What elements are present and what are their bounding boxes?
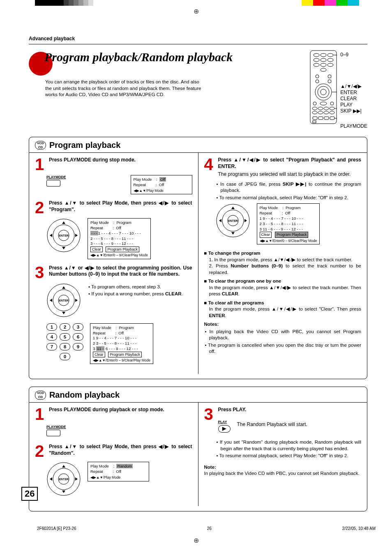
osd-step1: Play Mode : Off Repeat : Off ◀▶▲▼/Play M… <box>131 175 192 194</box>
r-step1-text: Press PLAYMODE during playback or stop m… <box>49 407 192 421</box>
disc-badge: VCDCD <box>35 141 46 150</box>
svg-point-23 <box>312 107 317 110</box>
svg-point-21 <box>320 102 327 105</box>
svg-point-1 <box>314 53 319 57</box>
r-step2-text: Press ▲/▼ to select Play Mode, then pres… <box>49 444 192 458</box>
change-program-heading: To change the program <box>204 250 362 257</box>
svg-text:ENTER: ENTER <box>59 478 69 481</box>
remote-label-play: PLAY <box>340 102 367 108</box>
svg-point-18 <box>321 89 326 95</box>
svg-point-9 <box>327 63 333 67</box>
remote-label-arrows: ▲/▼/◀/▶ <box>340 83 367 90</box>
osd-random: Play Mode : Random Repeat : Off ◀▶▲▼/Pla… <box>88 462 149 481</box>
remote-label-playmode: PLAYMODE <box>340 123 367 129</box>
step-number: 1 <box>35 157 46 172</box>
random-playback-panel: VCDCD Random playback 1 Press PLAYMODE d… <box>29 387 367 511</box>
svg-point-7 <box>314 63 319 67</box>
svg-point-14 <box>316 80 319 83</box>
step-number: 4 <box>204 157 216 178</box>
svg-point-25 <box>324 107 329 110</box>
svg-marker-59 <box>231 232 235 235</box>
enter-pad-icon: ENTER <box>46 462 81 496</box>
svg-marker-45 <box>75 234 78 237</box>
svg-text:ENTER: ENTER <box>228 219 238 222</box>
footer-left: 2F60201A [E] P23-26 <box>37 526 76 531</box>
disc-badge: VCDCD <box>35 391 46 399</box>
svg-point-29 <box>324 111 329 114</box>
crop-mark-icon: ⊕ <box>0 537 392 544</box>
note-text: In playing back the Video CD with PBC, y… <box>204 470 362 477</box>
clear-all-text: In the program mode, press ▲/▼/◀/▶ to se… <box>204 306 362 319</box>
svg-point-13 <box>328 75 331 78</box>
svg-marker-44 <box>50 234 52 237</box>
divider <box>29 44 367 44</box>
footer-right: 2/22/05, 10:48 AM <box>342 526 376 531</box>
svg-point-26 <box>330 107 334 110</box>
enter-pad-icon: ENTER <box>46 218 81 253</box>
svg-marker-68 <box>50 477 52 481</box>
step-number: 3 <box>204 407 216 433</box>
note-item: The program is cancelled when you open t… <box>204 342 362 355</box>
clear-all-heading: To clear all the programs <box>204 300 362 306</box>
svg-rect-33 <box>318 117 323 120</box>
step2-text: Press ▲/▼ to select Play Mode, then pres… <box>49 200 192 215</box>
svg-marker-66 <box>62 465 65 467</box>
svg-point-22 <box>330 102 334 105</box>
svg-point-17 <box>318 86 329 98</box>
svg-rect-35 <box>330 117 334 120</box>
svg-rect-34 <box>324 117 329 120</box>
step-number: 2 <box>35 444 46 458</box>
svg-point-10 <box>321 68 326 71</box>
svg-point-4 <box>314 58 319 62</box>
svg-point-12 <box>316 75 319 78</box>
step4-text: Press ▲/▼/◀/▶ to select "Program Playbac… <box>218 157 362 170</box>
remote-label-enter: ENTER <box>340 90 367 96</box>
panel-heading: Program playback <box>49 140 120 150</box>
osd-step3: Play Mode : Program Repeat : Off 1 9 - -… <box>90 323 153 364</box>
svg-marker-52 <box>50 299 52 302</box>
svg-marker-53 <box>75 299 78 302</box>
osd-step4: Play Mode : Program Repeat : Off 1 9 - -… <box>257 203 320 244</box>
svg-point-28 <box>318 111 323 114</box>
svg-point-6 <box>327 58 333 62</box>
svg-point-5 <box>321 58 326 62</box>
note-item: In playing back the Video CD with PBC, y… <box>204 329 362 341</box>
remote-label-skip: SKIP ▶▶| <box>340 108 367 114</box>
svg-rect-32 <box>313 117 317 120</box>
clear-one-heading: To clear the program one by one <box>204 278 362 285</box>
crop-mark-icon: ⊕ <box>0 7 392 15</box>
enter-pad-icon: ENTER <box>216 203 250 238</box>
intro-text: You can arrange the playback order of tr… <box>45 79 201 98</box>
registration-bars <box>0 0 392 6</box>
random-bullet1: If you set "Random" during playback mode… <box>216 439 362 452</box>
svg-point-30 <box>330 111 334 114</box>
change-step2: 2. Press Number buttons (0–9) to select … <box>204 263 362 276</box>
osd-step2: Play Mode : Program Repeat : Off - - -1 … <box>88 218 151 259</box>
playmode-button-figure: PLAYMODE <box>46 175 66 187</box>
svg-point-15 <box>328 80 331 83</box>
svg-marker-58 <box>231 207 235 209</box>
step4-bullet2: To resume normal playback, select Play M… <box>216 195 362 201</box>
step4-bullet1: In case of JPEG file, press SKIP ▶▶| to … <box>216 181 362 194</box>
remote-label-numbers: 0–9 <box>340 52 367 58</box>
svg-point-3 <box>327 53 333 57</box>
step3-text: Press ▲/▼ or ◀/▶ to select the programmi… <box>49 265 192 280</box>
remote-diagram: 0–9 ▲/▼/◀/▶ ENTER CLEAR PLAY SKIP ▶▶| PL… <box>310 50 367 129</box>
svg-rect-37 <box>313 121 316 123</box>
step-number: 1 <box>35 407 46 421</box>
step1-text: Press PLAYMODE during stop mode. <box>49 157 192 172</box>
svg-marker-67 <box>62 491 65 493</box>
svg-marker-51 <box>62 312 65 314</box>
section-header: Advanced playback <box>29 36 367 41</box>
svg-marker-61 <box>244 219 247 222</box>
notes-heading: Notes: <box>204 321 362 328</box>
program-playback-panel: VCDCD Program playback 1 Press PLAYMODE … <box>29 137 367 379</box>
step4-sub: The programs you selected will start to … <box>218 171 362 178</box>
svg-marker-69 <box>75 477 78 481</box>
svg-marker-60 <box>219 219 221 222</box>
panel-heading: Random playback <box>49 390 120 400</box>
svg-point-27 <box>312 111 317 114</box>
page-title: Program playback/Random playback <box>36 50 302 64</box>
svg-marker-50 <box>62 286 65 289</box>
svg-marker-43 <box>62 247 65 249</box>
